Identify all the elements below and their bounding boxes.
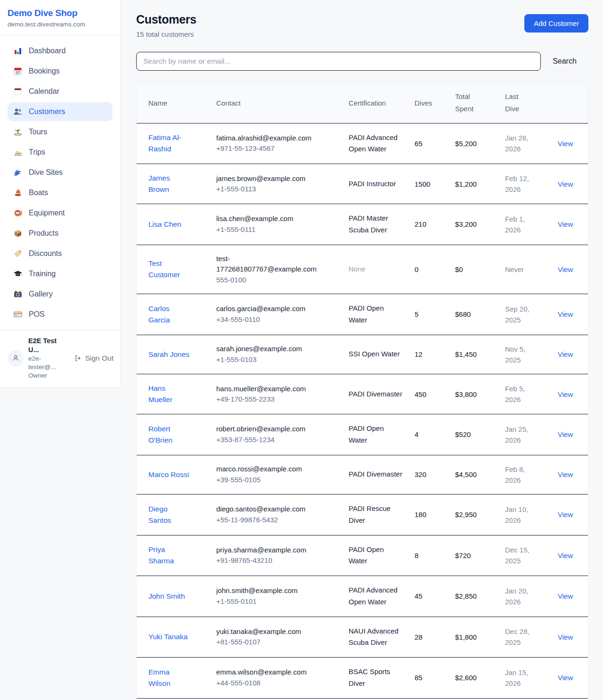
user-info: E2E Test U... e2e-tester@... Owner [28,337,69,380]
table-row: Emma Wilsonemma.wilson@example.com+44-55… [137,658,588,699]
customer-dives-cell: 180 [409,494,449,535]
customer-action-cell: View [552,335,588,374]
customer-certification: BSAC Sports Diver [349,666,403,690]
view-customer-link[interactable]: View [558,470,573,478]
customer-email: yuki.tanaka@example.com [216,626,325,637]
search-button[interactable]: Search [541,57,588,66]
customer-name-cell: Yuki Tanaka [137,617,211,658]
search-input[interactable] [136,52,541,71]
dive-sites-icon [13,168,23,177]
customer-name-link[interactable]: Carlos Garcia [148,303,190,326]
customer-name-link[interactable]: Marco Rossi [148,469,189,480]
customer-name-cell: Marco Rossi [137,455,211,494]
view-customer-link[interactable]: View [558,180,573,188]
user-name: E2E Test U... [28,337,69,354]
customer-email: sarah.jones@example.com [216,344,325,354]
customers-icon [13,107,23,116]
customer-name-link[interactable]: Lisa Chen [148,219,181,230]
customer-dives-cell: 8 [409,535,449,576]
view-customer-link[interactable]: View [558,310,573,318]
sidebar-item-customers[interactable]: Customers [8,102,113,121]
customer-contact-cell: marco.rossi@example.com+39-555-0105 [211,455,343,494]
sign-out-button[interactable]: Sign Out [73,354,114,362]
view-customer-link[interactable]: View [558,220,573,228]
gallery-icon [13,289,23,299]
customer-last-dive-cell: Feb 1, 2026 [499,204,552,245]
customer-total-spent-cell: $720 [449,535,499,576]
customer-name-link[interactable]: Robert O'Brien [148,423,190,446]
customer-name-link[interactable]: Hans Mueller [148,383,190,405]
customer-action-cell: View [552,164,588,204]
customer-name-link[interactable]: Sarah Jones [148,349,189,360]
sidebar-item-label: Dashboard [29,47,65,55]
view-customer-link[interactable]: View [558,390,573,398]
customer-name-link[interactable]: Priya Sharma [148,544,190,567]
customer-action-cell: View [552,535,588,576]
customer-name-link[interactable]: Fatima Al-Rashid [148,132,190,155]
customer-total-spent: $2,600 [455,674,477,682]
customer-phone: +91-98765-43210 [216,555,337,566]
sidebar-item-dashboard[interactable]: Dashboard [8,41,113,60]
customer-dives: 8 [415,552,418,560]
customer-action-cell: View [552,494,588,535]
customer-name-link[interactable]: Diego Santos [148,503,190,526]
sidebar-item-training[interactable]: Training [8,264,113,283]
customer-contact-cell: emma.wilson@example.com+44-555-0108 [211,658,343,699]
table-row: Marco Rossimarco.rossi@example.com+39-55… [137,455,588,494]
sidebar-item-trips[interactable]: Trips [8,143,113,162]
view-customer-link[interactable]: View [558,552,573,560]
customer-email: diego.santos@example.com [216,504,325,515]
customer-action-cell: View [552,245,588,294]
user-email: e2e-tester@... [28,354,69,371]
customer-total-spent-cell: $1,450 [449,335,499,374]
customer-name-link[interactable]: James Brown [148,173,190,195]
customer-certification-cell: PADI Divemaster [343,455,409,494]
add-customer-button[interactable]: Add Customer [524,14,588,33]
customer-dives: 28 [415,633,423,641]
table-row: Sarah Jonessarah.jones@example.com+1-555… [137,335,588,374]
customer-name-link[interactable]: Yuki Tanaka [148,631,187,642]
sidebar-item-boats[interactable]: Boats [8,183,113,202]
view-customer-link[interactable]: View [558,674,573,682]
customer-total-spent-cell: $0 [449,245,499,294]
sidebar-item-calendar[interactable]: Calendar [8,82,113,101]
table-row: Diego Santosdiego.santos@example.com+55-… [137,494,588,535]
customer-name-cell: Hans Mueller [137,374,211,414]
customer-name-link[interactable]: Emma Wilson [148,667,190,689]
sidebar-item-label: Training [29,270,56,278]
customer-last-dive: Feb 1, 2026 [505,214,535,236]
customer-total-spent-cell: $5,200 [449,123,499,164]
sidebar-item-discounts[interactable]: Discounts [8,244,113,263]
table-row: Fatima Al-Rashidfatima.alrashid@example.… [137,123,588,164]
brand-name: Demo Dive Shop [8,8,113,18]
customer-name-link[interactable]: Test Customer [148,258,190,280]
bookings-icon: 17 [13,66,23,76]
view-customer-link[interactable]: View [558,633,573,641]
customer-name-link[interactable]: John Smith [148,591,185,602]
customer-contact-cell: keiko.yamamoto@example.com+81-90-1234-56… [211,698,343,700]
sidebar-item-gallery[interactable]: Gallery [8,285,113,304]
table-row: Hans Muellerhans.mueller@example.com+49-… [137,374,588,414]
customer-total-spent-cell: $2,100 [449,698,499,700]
customer-name-cell: Lisa Chen [137,204,211,245]
customer-last-dive-cell: Jan 15, 2026 [499,658,552,699]
customer-contact-cell: robert.obrien@example.com+353-87-555-123… [211,414,343,455]
dashboard-icon [13,46,23,56]
view-customer-link[interactable]: View [558,592,573,600]
view-customer-link[interactable]: View [558,140,573,148]
sidebar-item-tours[interactable]: Tours [8,123,113,141]
sign-out-icon [73,354,82,362]
sidebar-item-pos[interactable]: POS [8,305,113,324]
table-header-row: NameContactCertificationDivesTotal Spent… [137,83,588,123]
view-customer-link[interactable]: View [558,350,573,358]
sidebar-item-dive-sites[interactable]: Dive Sites [8,163,113,182]
view-customer-link[interactable]: View [558,430,573,438]
customer-dives-cell: 95 [409,698,449,700]
view-customer-link[interactable]: View [558,265,573,273]
sidebar-item-equipment[interactable]: Equipment [8,204,113,222]
view-customer-link[interactable]: View [558,511,573,519]
sidebar-item-products[interactable]: Products [8,224,113,243]
sidebar-item-bookings[interactable]: 17Bookings [8,62,113,81]
person-icon [11,354,20,362]
customer-phone: +1-555-0111 [216,224,337,235]
